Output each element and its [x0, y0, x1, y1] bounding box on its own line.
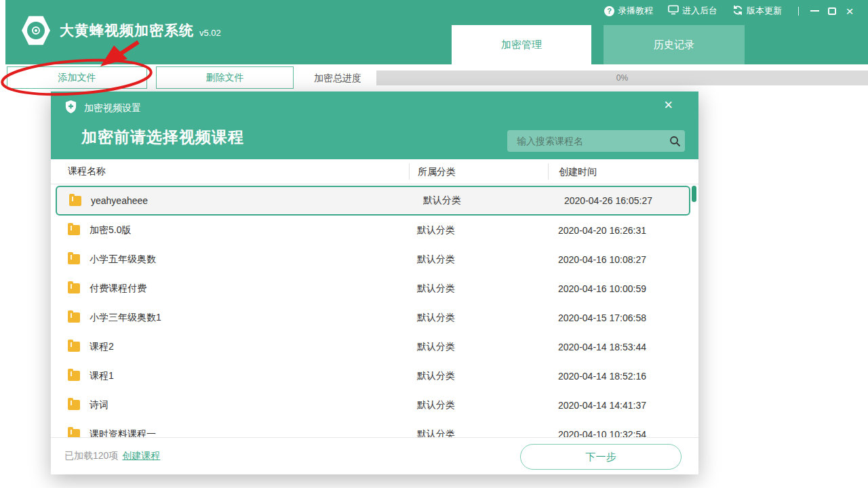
course-table-header: 课程名称 所属分类 创建时间: [51, 159, 698, 184]
column-header-name: 课程名称: [51, 165, 409, 178]
dialog-footer: 已加载120项 创建课程 下一步: [51, 437, 698, 474]
course-name: 诗词: [90, 399, 108, 411]
refresh-icon: [732, 5, 743, 18]
app-window: 大黄蜂视频加密系统 v5.02 ? 录播教程 进入后台 版本更新: [0, 0, 868, 488]
course-row[interactable]: 付费课程付费 默认分类 2020-04-16 10:00:59: [51, 274, 698, 303]
maximize-button[interactable]: [823, 4, 841, 18]
course-category: 默认分类: [409, 370, 548, 382]
update-menu-item[interactable]: 版本更新: [732, 5, 782, 18]
dialog-close-icon[interactable]: ×: [664, 98, 673, 113]
course-row[interactable]: 课时资料课程一 默认分类 2020-04-10 10:32:54: [51, 420, 698, 437]
add-file-button[interactable]: 添加文件: [7, 66, 147, 89]
column-header-created: 创建时间: [548, 163, 698, 180]
course-row[interactable]: 课程1 默认分类 2020-04-14 18:52:16: [51, 361, 698, 390]
course-search-box: [507, 130, 685, 152]
minimize-button[interactable]: [806, 4, 823, 18]
question-circle-icon: ?: [604, 6, 614, 16]
folder-icon: [68, 283, 80, 293]
dialog-header: 加密视频设置 × 加密前请选择视频课程: [51, 92, 698, 159]
toolbar: 添加文件 删除文件 加密总进度 0%: [5, 64, 868, 92]
course-created-time: 2020-04-16 10:00:59: [548, 283, 698, 294]
course-row[interactable]: 课程2 默认分类 2020-04-14 18:53:44: [51, 332, 698, 361]
folder-icon: [68, 225, 80, 235]
course-category: 默认分类: [409, 428, 548, 438]
loaded-count-text: 已加载120项: [64, 450, 118, 462]
folder-icon: [69, 196, 81, 206]
course-row[interactable]: 诗词 默认分类 2020-04-14 14:41:37: [51, 390, 698, 420]
app-brand: 大黄蜂视频加密系统 v5.02: [22, 15, 221, 46]
course-created-time: 2020-04-26 16:05:27: [554, 195, 689, 206]
course-created-time: 2020-04-10 10:32:54: [548, 429, 698, 438]
course-category: 默认分类: [409, 312, 548, 324]
course-created-time: 2020-04-14 14:41:37: [548, 400, 698, 411]
close-button[interactable]: ×: [841, 4, 859, 18]
search-icon[interactable]: [665, 136, 685, 147]
course-name: 课程2: [90, 341, 114, 353]
app-logo-icon: [22, 15, 50, 46]
course-name: 加密5.0版: [90, 224, 131, 237]
list-scrollbar-thumb[interactable]: [692, 186, 696, 202]
window-controls-separator: [798, 7, 799, 16]
course-name: 课程1: [90, 370, 114, 382]
course-created-time: 2020-04-14 18:53:44: [548, 342, 698, 352]
folder-icon: [68, 342, 80, 352]
dialog-heading: 加密前请选择视频课程: [81, 127, 244, 148]
shield-plus-icon: [64, 100, 77, 117]
course-category: 默认分类: [409, 341, 548, 353]
course-list: yeahyeaheee 默认分类 2020-04-26 16:05:27 加密5…: [51, 184, 698, 437]
course-category: 默认分类: [409, 224, 548, 237]
top-menu: ? 录播教程 进入后台 版本更新 ×: [604, 3, 859, 18]
tab-history[interactable]: 历史记录: [604, 25, 745, 64]
course-row[interactable]: 加密5.0版 默认分类 2020-04-20 16:26:31: [51, 216, 698, 245]
dialog-titlebar: 加密视频设置: [64, 100, 141, 117]
course-name: 付费课程付费: [90, 283, 146, 295]
course-created-time: 2020-04-14 18:52:16: [548, 371, 698, 382]
course-created-time: 2020-04-20 16:26:31: [548, 225, 698, 236]
folder-icon: [68, 254, 80, 264]
course-category: 默认分类: [409, 399, 548, 411]
tab-encryption-management[interactable]: 加密管理: [452, 25, 591, 64]
course-name: yeahyeaheee: [91, 195, 148, 206]
backend-menu-item[interactable]: 进入后台: [668, 5, 717, 17]
course-category: 默认分类: [409, 253, 548, 266]
course-row[interactable]: 小学三年级奥数1 默认分类 2020-04-15 17:06:58: [51, 303, 698, 332]
progress-value: 0%: [376, 70, 868, 85]
folder-icon: [68, 400, 80, 410]
folder-icon: [68, 371, 80, 381]
select-course-dialog: 加密视频设置 × 加密前请选择视频课程 课程名称 所属分类 创建时间: [51, 92, 698, 474]
app-version: v5.02: [199, 28, 221, 38]
encryption-progress-bar: 0%: [376, 70, 868, 85]
folder-icon: [68, 429, 80, 437]
next-step-button[interactable]: 下一步: [520, 444, 682, 470]
delete-file-button[interactable]: 删除文件: [156, 66, 294, 89]
course-category: 默认分类: [415, 195, 554, 207]
course-created-time: 2020-04-16 10:08:27: [548, 254, 698, 265]
course-category: 默认分类: [409, 283, 548, 295]
course-row[interactable]: 小学五年级奥数 默认分类 2020-04-16 10:08:27: [51, 245, 698, 274]
course-name: 小学五年级奥数: [90, 253, 156, 266]
course-row[interactable]: yeahyeaheee 默认分类 2020-04-26 16:05:27: [56, 186, 690, 216]
column-header-category: 所属分类: [409, 163, 548, 180]
folder-icon: [68, 312, 80, 323]
course-name: 小学三年级奥数1: [90, 312, 161, 324]
course-search-input[interactable]: [507, 130, 665, 152]
app-header: 大黄蜂视频加密系统 v5.02 ? 录播教程 进入后台 版本更新: [5, 0, 868, 64]
course-created-time: 2020-04-15 17:06:58: [548, 312, 698, 323]
course-name: 课时资料课程一: [90, 428, 156, 438]
tutorial-menu-item[interactable]: ? 录播教程: [604, 5, 653, 17]
app-title: 大黄蜂视频加密系统: [60, 21, 194, 40]
create-course-link[interactable]: 创建课程: [122, 450, 160, 462]
monitor-icon: [668, 5, 679, 17]
dialog-title: 加密视频设置: [84, 102, 141, 115]
progress-label: 加密总进度: [314, 64, 361, 92]
